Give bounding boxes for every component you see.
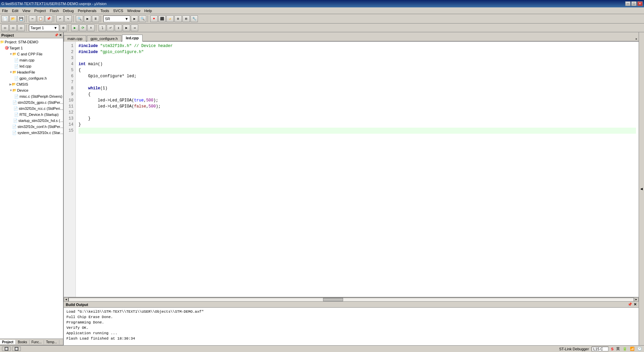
code-line[interactable]: #include "stm32f10x.h" // Device header — [78, 43, 636, 49]
code-line[interactable] — [78, 109, 636, 116]
target-settings-btn[interactable]: ⚙ — [60, 25, 67, 31]
run-btn[interactable]: ● — [150, 15, 158, 22]
menu-item-debug[interactable]: Debug — [61, 8, 76, 13]
build-close-icon[interactable]: ✕ — [634, 302, 637, 307]
minimize-button[interactable]: ─ — [625, 1, 631, 6]
rebuild-btn[interactable]: ⟳ — [79, 25, 87, 31]
tree-item[interactable]: 📄misc.c (StdPeriph Drivers) — [0, 93, 63, 99]
tab-books[interactable]: Books — [16, 340, 30, 344]
new-btn[interactable]: 📄 — [1, 15, 9, 22]
debug-btn2[interactable]: ⏸ — [92, 15, 99, 22]
tree-item[interactable]: 📄stm32f10x_gpio.c (StdPer... — [0, 99, 63, 105]
menu-item-flash[interactable]: Flash — [48, 8, 61, 13]
tb2-btn2[interactable]: ◻ — [9, 25, 17, 31]
sr-dropdown[interactable]: SR ▼ — [103, 15, 130, 22]
code-line[interactable]: Gpio_configure* led; — [78, 73, 636, 79]
open-btn[interactable]: 📂 — [9, 15, 17, 22]
tab-main-cpp[interactable]: main.cpp — [64, 35, 86, 42]
run2-btn[interactable]: ▶ — [123, 25, 130, 31]
tab-func[interactable]: Func... — [30, 340, 44, 344]
tree-item[interactable]: ▼📂Device — [0, 87, 63, 93]
build-btn[interactable]: ▶ — [71, 25, 78, 31]
tree-item[interactable]: ▼📂C and CPP File — [0, 51, 63, 57]
find-btn[interactable]: 🔍 — [76, 15, 83, 22]
undo-btn[interactable]: ↶ — [56, 15, 64, 22]
menu-item-project[interactable]: Project — [32, 8, 48, 13]
close-all-tabs-btn[interactable]: ✕ — [634, 37, 639, 41]
right-sidebar-toggle[interactable]: ◀ — [639, 32, 644, 345]
scroll-right-btn[interactable]: ▶ — [634, 298, 639, 302]
code-line[interactable] — [78, 55, 636, 61]
panel-pin-icon[interactable]: 📌 — [54, 33, 58, 37]
config-btn[interactable]: ⚙ — [174, 15, 182, 22]
stop-btn[interactable]: ⬛ — [158, 15, 166, 22]
code-line[interactable]: #include "gpio_configure.h" — [78, 49, 636, 55]
code-line[interactable]: { — [78, 67, 636, 73]
tree-item[interactable]: 📁Project: STM-DEMO — [0, 39, 63, 45]
scroll-track[interactable] — [68, 298, 634, 302]
target-dropdown[interactable]: Target 1 ▼ — [29, 25, 59, 31]
tree-item[interactable]: ▶📂CMSIS — [0, 81, 63, 87]
goto-btn[interactable]: ⇥ — [131, 25, 138, 31]
cut-btn[interactable]: ✂ — [29, 15, 36, 22]
tree-item[interactable]: 📄RTE_Device.h (Startup) — [0, 112, 63, 118]
tree-area[interactable]: 📁Project: STM-DEMO🎯Target 1▼📂C and CPP F… — [0, 38, 63, 339]
window-btn[interactable]: ⊞ — [182, 15, 190, 22]
zoom-btn[interactable]: 🔍 — [139, 15, 146, 22]
tree-item[interactable]: 📄stm32f10x_rcc.c (StdPeri... — [0, 105, 63, 112]
tab-led-cpp[interactable]: led.cpp — [122, 35, 143, 42]
tb2-btn1[interactable]: ◻ — [1, 25, 9, 31]
tree-item[interactable]: 📄startup_stm32f10x_hd.s (... — [0, 118, 63, 124]
menu-item-file[interactable]: File — [0, 8, 10, 13]
code-editor[interactable]: 123456789101112131415 #include "stm32f10… — [64, 42, 639, 297]
tree-item[interactable]: 📄main.cpp — [0, 57, 63, 63]
tb2-btn3[interactable]: ◻ — [17, 25, 25, 31]
reset-btn[interactable]: ↺ — [166, 15, 174, 22]
tree-item[interactable]: 📄system_stm32f10x.c (Star... — [0, 130, 63, 136]
scroll-thumb[interactable] — [323, 298, 343, 301]
save-btn[interactable]: 💾 — [17, 15, 25, 22]
tree-item[interactable]: 📄stm32f10x_conf.h (StdPer... — [0, 124, 63, 130]
build-pin-icon[interactable]: 📌 — [628, 302, 632, 307]
copy-btn[interactable]: 📋 — [37, 15, 44, 22]
stepout-btn[interactable]: ↥ — [115, 25, 122, 31]
tree-item[interactable]: 🎯Target 1 — [0, 45, 63, 51]
paste-btn[interactable]: 📌 — [45, 15, 52, 22]
tree-item[interactable]: 📄gpio_configure.h — [0, 75, 63, 81]
h-scrollbar[interactable]: ◀ ▶ — [64, 297, 639, 302]
tree-item[interactable]: ▼📂HeaderFile — [0, 69, 63, 75]
close-button[interactable]: ✕ — [637, 1, 643, 6]
tools-btn[interactable]: 🔧 — [191, 15, 198, 22]
code-content[interactable]: #include "stm32f10x.h" // Device header#… — [76, 42, 639, 297]
code-line[interactable] — [78, 128, 636, 134]
menu-item-tools[interactable]: Tools — [99, 8, 111, 13]
scroll-left-btn[interactable]: ◀ — [64, 298, 68, 302]
code-line[interactable]: led->Led_GPIOA(false,500); — [78, 103, 636, 109]
menu-item-view[interactable]: View — [20, 8, 33, 13]
panel-close-icon[interactable]: ✕ — [59, 33, 62, 37]
code-line[interactable]: } — [78, 122, 636, 128]
menu-item-peripherals[interactable]: Peripherals — [76, 8, 99, 13]
menu-item-window[interactable]: Window — [125, 8, 142, 13]
menu-item-edit[interactable]: Edit — [10, 8, 20, 13]
code-line[interactable]: int main() — [78, 61, 636, 67]
menu-item-svcs[interactable]: SVCS — [111, 8, 125, 13]
restore-button[interactable]: □ — [631, 1, 637, 6]
stepover-btn[interactable]: ⤶ — [107, 25, 114, 31]
code-line[interactable]: led->Led_GPIOA(true,500); — [78, 97, 636, 103]
code-line[interactable]: while(1) — [78, 85, 636, 91]
sr-go-btn[interactable]: ▶ — [131, 15, 138, 22]
debug-btn1[interactable]: ▶ — [84, 15, 91, 22]
load-btn[interactable]: ⬇ — [87, 25, 95, 31]
menu-item-help[interactable]: Help — [142, 8, 154, 13]
status-btn2[interactable]: 🔲 — [12, 347, 21, 351]
step-btn[interactable]: ⤵ — [99, 25, 106, 31]
code-line[interactable]: } — [78, 116, 636, 122]
code-line[interactable]: { — [78, 91, 636, 97]
tree-item[interactable]: 📄led.cpp — [0, 63, 63, 69]
tab-temp[interactable]: Temp... — [44, 340, 59, 344]
code-line[interactable] — [78, 79, 636, 85]
tab-project[interactable]: Project — [0, 340, 16, 344]
redo-btn[interactable]: ↷ — [64, 15, 72, 22]
status-btn1[interactable]: 🔲 — [2, 347, 11, 351]
